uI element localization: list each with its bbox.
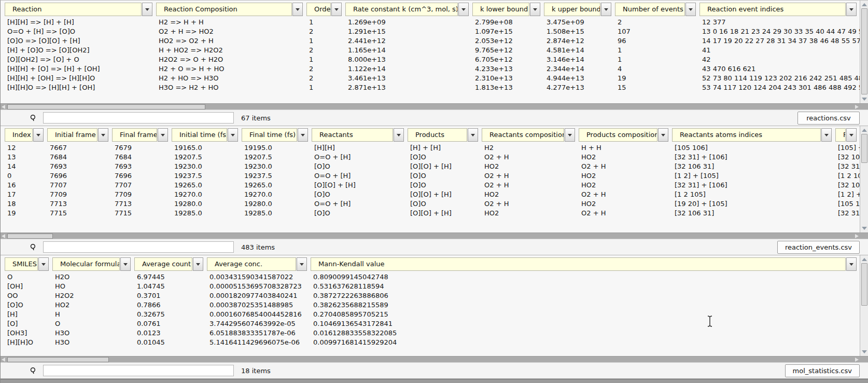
column-header[interactable]: Pro bbox=[835, 128, 846, 142]
cell[interactable]: 19230.0 bbox=[172, 162, 242, 171]
cell[interactable]: [OH3] bbox=[5, 329, 52, 338]
cell[interactable]: 2 bbox=[306, 27, 345, 36]
cell[interactable]: 4.944e+13 bbox=[544, 74, 615, 83]
scroll-up-icon[interactable] bbox=[860, 127, 868, 134]
cell[interactable]: 0.0123 bbox=[134, 329, 207, 338]
column-header[interactable]: Molecular formula bbox=[52, 257, 120, 271]
cell[interactable]: 0.3701 bbox=[134, 291, 207, 300]
cell[interactable]: H2 bbox=[482, 143, 579, 153]
cell[interactable]: [O]O bbox=[5, 300, 52, 310]
cell[interactable]: 1 bbox=[615, 46, 699, 55]
cell[interactable]: 14 bbox=[5, 162, 47, 171]
cell[interactable]: 6.705e+12 bbox=[472, 55, 544, 64]
cell[interactable]: HO2 => O2 + H bbox=[156, 36, 306, 46]
cell[interactable]: 0.531637628118594 bbox=[311, 282, 860, 291]
column-header[interactable]: k upper bound bbox=[544, 3, 600, 16]
scroll-right-icon[interactable] bbox=[855, 234, 859, 238]
cell[interactable]: 4.277e+13 bbox=[544, 83, 615, 92]
cell[interactable]: 19285.0 bbox=[172, 209, 242, 218]
column-header[interactable]: Reaction Composition bbox=[156, 3, 292, 16]
cell[interactable]: 0.8090099145042748 bbox=[311, 272, 860, 282]
column-dropdown-button[interactable] bbox=[297, 257, 307, 271]
cell[interactable]: 19237.5 bbox=[172, 171, 242, 181]
cell[interactable]: H2O bbox=[52, 272, 134, 282]
cell[interactable]: [1 2 105] bbox=[672, 190, 835, 199]
cell[interactable]: 2.871e+13 bbox=[345, 83, 472, 92]
cell[interactable]: [1 2] + [105] bbox=[672, 171, 835, 181]
cell[interactable]: 53 74 117 120 124 204 243 301 486 488 49… bbox=[699, 83, 860, 92]
cell[interactable]: 19265.0 bbox=[242, 181, 312, 190]
cell[interactable]: 1 bbox=[306, 18, 345, 27]
vertical-scrollbar[interactable] bbox=[860, 255, 868, 356]
cell[interactable]: OO bbox=[5, 291, 52, 300]
cell[interactable]: H + HO2 => H2O2 bbox=[156, 46, 306, 55]
cell[interactable]: [105 19 bbox=[835, 199, 860, 209]
file-button[interactable]: mol_statistics.csv bbox=[785, 364, 860, 377]
column-dropdown-button[interactable] bbox=[193, 257, 203, 271]
cell[interactable]: 52 73 80 114 119 123 202 216 242 251 485… bbox=[699, 74, 860, 83]
column-dropdown-button[interactable] bbox=[292, 3, 303, 16]
cell[interactable]: [H] + [H] bbox=[408, 143, 482, 153]
cell[interactable]: 7696 bbox=[47, 171, 112, 181]
cell[interactable]: [H] + [O]O => [O][OH2] bbox=[5, 46, 156, 55]
column-header[interactable]: Order bbox=[306, 3, 331, 16]
cell[interactable]: 7707 bbox=[47, 181, 112, 190]
cell[interactable]: [OH] bbox=[5, 282, 52, 291]
cell[interactable]: O=O + [H] bbox=[312, 171, 408, 181]
column-header[interactable]: k lower bound bbox=[472, 3, 529, 16]
cell[interactable]: [32 31] + [106] bbox=[672, 181, 835, 190]
cell[interactable]: 7715 bbox=[47, 209, 112, 218]
column-header[interactable]: Mann-Kendall value bbox=[311, 257, 846, 271]
cell[interactable]: O2 + H bbox=[482, 153, 579, 162]
column-header[interactable]: Average count bbox=[134, 257, 192, 271]
cell[interactable]: HO2 bbox=[579, 199, 672, 209]
scroll-up-icon[interactable] bbox=[860, 1, 868, 8]
cell[interactable]: H3O => H2 + HO bbox=[156, 83, 306, 92]
cell[interactable]: 2 bbox=[615, 18, 699, 27]
search-input[interactable] bbox=[43, 365, 234, 376]
cell[interactable]: H3O bbox=[52, 338, 134, 347]
cell[interactable]: [32 106 bbox=[835, 153, 860, 162]
cell[interactable]: H2O2 bbox=[52, 291, 134, 300]
cell[interactable]: 7684 bbox=[47, 153, 112, 162]
cell[interactable]: 42 bbox=[699, 55, 860, 64]
cell[interactable]: 8.000e+13 bbox=[345, 55, 472, 64]
column-dropdown-button[interactable] bbox=[298, 128, 308, 142]
cell[interactable]: 4.581e+14 bbox=[544, 46, 615, 55]
cell[interactable]: 2 bbox=[306, 46, 345, 55]
cell[interactable]: [O][O] + [H] bbox=[408, 190, 482, 199]
scroll-left-icon[interactable] bbox=[2, 234, 5, 238]
column-dropdown-button[interactable] bbox=[846, 128, 857, 142]
cell[interactable]: 13 0 16 18 21 23 24 29 30 33 35 40 44 47… bbox=[699, 27, 860, 36]
cell[interactable]: 19280.0 bbox=[242, 199, 312, 209]
column-dropdown-button[interactable] bbox=[530, 3, 540, 16]
cell[interactable]: [1 2] + [ bbox=[835, 190, 860, 199]
cell[interactable]: 2.799e+08 bbox=[472, 18, 544, 27]
cell[interactable]: 0.01045 bbox=[134, 338, 207, 347]
file-button[interactable]: reaction_events.csv bbox=[777, 241, 860, 254]
cell[interactable]: [H][H]O => [H][H] + [OH] bbox=[5, 83, 156, 92]
column-header[interactable]: Rate constant k (cm^3, mol, s) bbox=[345, 3, 458, 16]
cell[interactable]: 19 bbox=[5, 209, 47, 218]
horizontal-scroll-thumb[interactable] bbox=[7, 104, 205, 110]
cell[interactable]: O2 + H bbox=[482, 181, 579, 190]
cell[interactable]: 19270.0 bbox=[172, 190, 242, 199]
cell[interactable]: 17 bbox=[5, 190, 47, 199]
column-dropdown-button[interactable] bbox=[331, 3, 342, 16]
column-header[interactable]: Reaction bbox=[5, 3, 142, 16]
search-input[interactable] bbox=[43, 241, 234, 253]
cell[interactable]: 107 bbox=[615, 27, 699, 36]
cell[interactable]: [O]O bbox=[312, 209, 408, 218]
cell[interactable]: [H][H] + [OH] => [H][H]O bbox=[5, 74, 156, 83]
cell[interactable]: 0.32675 bbox=[134, 310, 207, 319]
column-header[interactable]: Index bbox=[5, 128, 33, 142]
cell[interactable]: 19207.5 bbox=[242, 153, 312, 162]
cell[interactable]: [H][H] => [H] + [H] bbox=[5, 18, 156, 27]
cell[interactable]: 1.813e+13 bbox=[472, 83, 544, 92]
scroll-right-icon[interactable] bbox=[855, 105, 859, 109]
cell[interactable]: 19207.5 bbox=[172, 153, 242, 162]
cell[interactable]: [105] + [ bbox=[835, 143, 860, 153]
column-dropdown-button[interactable] bbox=[120, 257, 131, 271]
cell[interactable]: 1.291e+15 bbox=[345, 27, 472, 36]
cell[interactable]: 7667 bbox=[47, 143, 112, 153]
